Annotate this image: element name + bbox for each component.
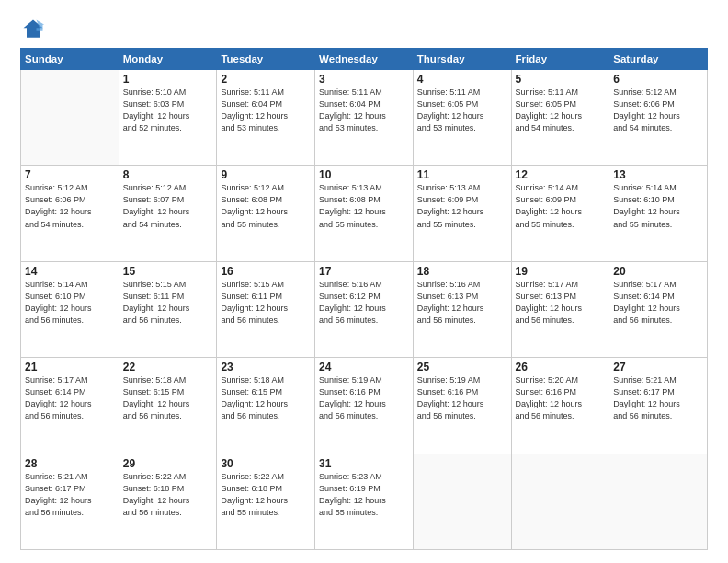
header-row: SundayMondayTuesdayWednesdayThursdayFrid… [21,49,708,70]
day-info: Sunrise: 5:17 AM Sunset: 6:14 PM Dayligh… [613,279,703,327]
header-day-monday: Monday [119,49,217,70]
day-cell: 22Sunrise: 5:18 AM Sunset: 6:15 PM Dayli… [119,358,217,454]
day-cell: 29Sunrise: 5:22 AM Sunset: 6:18 PM Dayli… [119,454,217,549]
day-number: 18 [417,265,507,278]
day-cell: 8Sunrise: 5:12 AM Sunset: 6:07 PM Daylig… [119,166,217,261]
logo-icon [20,17,46,42]
day-info: Sunrise: 5:22 AM Sunset: 6:18 PM Dayligh… [221,471,311,519]
day-number: 8 [123,168,213,181]
day-number: 28 [25,457,115,470]
day-number: 22 [123,361,213,373]
day-number: 10 [319,168,409,181]
day-cell: 19Sunrise: 5:17 AM Sunset: 6:13 PM Dayli… [511,261,609,357]
day-number: 4 [417,73,507,86]
week-row-5: 28Sunrise: 5:21 AM Sunset: 6:17 PM Dayli… [21,454,708,549]
day-number: 26 [516,361,606,373]
day-info: Sunrise: 5:14 AM Sunset: 6:10 PM Dayligh… [613,182,703,230]
day-number: 17 [319,265,409,278]
day-number: 1 [123,73,213,86]
day-cell: 16Sunrise: 5:15 AM Sunset: 6:11 PM Dayli… [217,261,315,357]
day-info: Sunrise: 5:15 AM Sunset: 6:11 PM Dayligh… [123,279,213,327]
day-cell [413,454,511,549]
day-cell: 28Sunrise: 5:21 AM Sunset: 6:17 PM Dayli… [21,454,119,549]
day-info: Sunrise: 5:15 AM Sunset: 6:11 PM Dayligh… [221,279,311,327]
day-number: 9 [221,168,311,181]
day-info: Sunrise: 5:11 AM Sunset: 6:05 PM Dayligh… [417,86,507,134]
day-info: Sunrise: 5:14 AM Sunset: 6:10 PM Dayligh… [25,279,115,327]
header-day-friday: Friday [511,49,609,70]
day-cell: 20Sunrise: 5:17 AM Sunset: 6:14 PM Dayli… [609,261,708,357]
week-row-3: 14Sunrise: 5:14 AM Sunset: 6:10 PM Dayli… [21,261,708,357]
calendar-header: SundayMondayTuesdayWednesdayThursdayFrid… [21,49,708,70]
day-number: 5 [516,73,606,86]
day-info: Sunrise: 5:16 AM Sunset: 6:12 PM Dayligh… [319,279,409,327]
day-number: 20 [613,265,703,278]
day-cell: 3Sunrise: 5:11 AM Sunset: 6:04 PM Daylig… [315,70,414,166]
header-day-saturday: Saturday [609,49,708,70]
header [20,17,708,42]
day-number: 29 [123,457,213,470]
day-cell: 25Sunrise: 5:19 AM Sunset: 6:16 PM Dayli… [413,358,511,454]
day-info: Sunrise: 5:12 AM Sunset: 6:06 PM Dayligh… [613,86,703,134]
day-number: 16 [221,265,311,278]
header-day-wednesday: Wednesday [315,49,414,70]
day-cell: 1Sunrise: 5:10 AM Sunset: 6:03 PM Daylig… [119,70,217,166]
day-cell: 27Sunrise: 5:21 AM Sunset: 6:17 PM Dayli… [609,358,708,454]
day-cell: 30Sunrise: 5:22 AM Sunset: 6:18 PM Dayli… [217,454,315,549]
header-day-tuesday: Tuesday [217,49,315,70]
day-info: Sunrise: 5:21 AM Sunset: 6:17 PM Dayligh… [613,374,703,422]
week-row-1: 1Sunrise: 5:10 AM Sunset: 6:03 PM Daylig… [21,70,708,166]
day-number: 11 [417,168,507,181]
day-cell: 11Sunrise: 5:13 AM Sunset: 6:09 PM Dayli… [413,166,511,261]
day-number: 13 [613,168,703,181]
day-cell: 9Sunrise: 5:12 AM Sunset: 6:08 PM Daylig… [217,166,315,261]
day-number: 3 [319,73,409,86]
day-number: 25 [417,361,507,373]
day-info: Sunrise: 5:13 AM Sunset: 6:09 PM Dayligh… [417,182,507,230]
calendar-table: SundayMondayTuesdayWednesdayThursdayFrid… [20,48,708,550]
day-info: Sunrise: 5:17 AM Sunset: 6:13 PM Dayligh… [516,279,606,327]
day-number: 23 [221,361,311,373]
day-cell: 24Sunrise: 5:19 AM Sunset: 6:16 PM Dayli… [315,358,414,454]
day-cell: 17Sunrise: 5:16 AM Sunset: 6:12 PM Dayli… [315,261,414,357]
day-info: Sunrise: 5:13 AM Sunset: 6:08 PM Dayligh… [319,182,409,230]
day-info: Sunrise: 5:11 AM Sunset: 6:05 PM Dayligh… [516,86,606,134]
day-info: Sunrise: 5:23 AM Sunset: 6:19 PM Dayligh… [319,471,409,519]
day-info: Sunrise: 5:11 AM Sunset: 6:04 PM Dayligh… [221,86,311,134]
day-info: Sunrise: 5:17 AM Sunset: 6:14 PM Dayligh… [25,374,115,422]
day-number: 30 [221,457,311,470]
day-cell: 10Sunrise: 5:13 AM Sunset: 6:08 PM Dayli… [315,166,414,261]
day-cell: 14Sunrise: 5:14 AM Sunset: 6:10 PM Dayli… [21,261,119,357]
day-cell: 26Sunrise: 5:20 AM Sunset: 6:16 PM Dayli… [511,358,609,454]
day-number: 14 [25,265,115,278]
day-number: 6 [613,73,703,86]
day-number: 12 [516,168,606,181]
day-cell: 23Sunrise: 5:18 AM Sunset: 6:15 PM Dayli… [217,358,315,454]
day-info: Sunrise: 5:12 AM Sunset: 6:06 PM Dayligh… [25,182,115,230]
day-info: Sunrise: 5:12 AM Sunset: 6:08 PM Dayligh… [221,182,311,230]
day-cell: 5Sunrise: 5:11 AM Sunset: 6:05 PM Daylig… [511,70,609,166]
day-number: 2 [221,73,311,86]
day-info: Sunrise: 5:19 AM Sunset: 6:16 PM Dayligh… [417,374,507,422]
day-cell: 4Sunrise: 5:11 AM Sunset: 6:05 PM Daylig… [413,70,511,166]
day-number: 24 [319,361,409,373]
day-info: Sunrise: 5:19 AM Sunset: 6:16 PM Dayligh… [319,374,409,422]
day-number: 19 [516,265,606,278]
logo [20,17,50,42]
day-info: Sunrise: 5:14 AM Sunset: 6:09 PM Dayligh… [516,182,606,230]
day-number: 27 [613,361,703,373]
day-info: Sunrise: 5:12 AM Sunset: 6:07 PM Dayligh… [123,182,213,230]
week-row-4: 21Sunrise: 5:17 AM Sunset: 6:14 PM Dayli… [21,358,708,454]
week-row-2: 7Sunrise: 5:12 AM Sunset: 6:06 PM Daylig… [21,166,708,261]
calendar-page: SundayMondayTuesdayWednesdayThursdayFrid… [0,0,728,563]
day-cell: 12Sunrise: 5:14 AM Sunset: 6:09 PM Dayli… [511,166,609,261]
day-number: 31 [319,457,409,470]
day-cell: 2Sunrise: 5:11 AM Sunset: 6:04 PM Daylig… [217,70,315,166]
day-info: Sunrise: 5:21 AM Sunset: 6:17 PM Dayligh… [25,471,115,519]
day-cell [609,454,708,549]
day-info: Sunrise: 5:20 AM Sunset: 6:16 PM Dayligh… [516,374,606,422]
day-cell: 6Sunrise: 5:12 AM Sunset: 6:06 PM Daylig… [609,70,708,166]
day-cell: 18Sunrise: 5:16 AM Sunset: 6:13 PM Dayli… [413,261,511,357]
day-info: Sunrise: 5:10 AM Sunset: 6:03 PM Dayligh… [123,86,213,134]
day-number: 21 [25,361,115,373]
